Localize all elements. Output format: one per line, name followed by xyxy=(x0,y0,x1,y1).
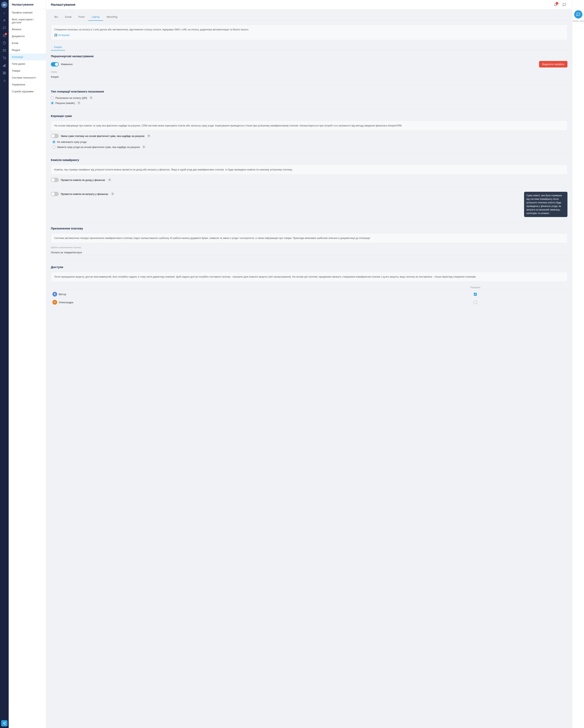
main-area: Налаштування 1 Всі Email Prom LiqPay Mon… xyxy=(46,0,572,728)
content-area: Всі Email Prom LiqPay MonoPay Створення … xyxy=(46,9,572,728)
invoice-help-icon[interactable]: ? xyxy=(77,101,80,105)
user-oleksandra: О Олександра xyxy=(52,300,382,305)
radio-qr[interactable]: Посилання на оплату (QR) ? xyxy=(51,96,567,99)
oleksandra-checkbox-cell xyxy=(383,298,567,306)
radio-invoice[interactable]: Рахунок (Інвойс) ? xyxy=(51,101,567,105)
tooltip-box: Сума комісії, яка була отримана від сист… xyxy=(524,192,567,217)
commission-income-toggle[interactable] xyxy=(51,178,59,182)
payment-link-radio-group: Посилання на оплату (QR) ? Рахунок (Інво… xyxy=(51,96,567,105)
tab-monopay[interactable]: MonoPay xyxy=(103,14,121,21)
svg-point-16 xyxy=(5,724,5,725)
radio-change-amount-input[interactable] xyxy=(52,146,55,149)
top-header: Налаштування 1 xyxy=(46,0,572,9)
sidebar-item-finance[interactable]: Фінанси xyxy=(9,26,46,33)
change-payment-toggle[interactable] xyxy=(51,134,59,138)
radio-qr-input[interactable] xyxy=(51,97,54,99)
radio-invoice-input[interactable] xyxy=(51,102,54,105)
delete-profile-button[interactable]: Видалити профіль xyxy=(539,61,567,68)
access-table-show-header: Показати xyxy=(383,285,567,290)
sub-tab-keepin[interactable]: Keepin xyxy=(51,44,65,51)
commission-income-help-icon[interactable]: ? xyxy=(108,178,111,182)
integrations-icon[interactable] xyxy=(1,720,7,726)
svg-point-0 xyxy=(4,20,5,21)
sidebar-item-products[interactable]: Товари xyxy=(9,67,46,74)
sidebar-item-loyalty[interactable]: Система лояльності xyxy=(9,74,46,81)
divider-3 xyxy=(51,153,567,154)
radio-no-change-input[interactable] xyxy=(52,140,55,144)
radio-change-amount-label: Змінити суму угоди на основі фактичної с… xyxy=(57,146,140,149)
cart-icon[interactable] xyxy=(1,55,7,61)
enabled-toggle[interactable] xyxy=(51,62,59,67)
sidebar-item-management[interactable]: Управління xyxy=(9,81,46,88)
sidebar: Налаштування Профіль компанії Філії, кор… xyxy=(9,0,46,728)
enabled-label: Увімкнено xyxy=(61,63,73,66)
viktor-checkbox[interactable] xyxy=(474,293,477,296)
instruction-link[interactable]: ℹ️ Інструкція xyxy=(54,33,564,37)
messages-icon[interactable] xyxy=(1,25,7,31)
toggle-left: Увімкнено xyxy=(51,62,73,67)
notifications-icon[interactable]: 1 xyxy=(553,2,559,8)
change-payment-help-icon[interactable]: ? xyxy=(147,134,150,137)
toggle-slider xyxy=(51,62,59,67)
change-payment-slider xyxy=(51,134,59,138)
name-label: Назва xyxy=(51,71,567,73)
access-desc: Після приєднання акаунту, доступ всім ви… xyxy=(51,272,567,282)
tab-all[interactable]: Всі xyxy=(51,14,61,21)
oleksandra-checkbox[interactable] xyxy=(474,301,477,304)
grid-icon[interactable] xyxy=(1,70,7,76)
sidebar-item-company-profile[interactable]: Профіль компанії xyxy=(9,9,46,16)
radio-no-change-label: Не змінювати суму угоди xyxy=(57,140,86,144)
avatar: ДК xyxy=(1,2,7,8)
change-amount-help-icon[interactable]: ? xyxy=(142,146,145,149)
docs-icon[interactable] xyxy=(1,40,7,46)
svg-point-14 xyxy=(5,722,5,723)
name-value: Keepin xyxy=(51,74,567,80)
radio-no-change[interactable]: Не змінювати суму угоди xyxy=(52,140,567,144)
sidebar-item-integrations[interactable]: Інтеграції xyxy=(9,53,46,60)
access-table-name-header xyxy=(51,285,383,290)
viktor-name: Віктор xyxy=(59,293,66,296)
sidebar-item-modules[interactable]: Модулі xyxy=(9,47,46,53)
svg-point-15 xyxy=(3,723,4,724)
payment-link-type-title: Тип генерації платіжного посилання xyxy=(51,90,567,93)
email-icon[interactable] xyxy=(1,47,7,54)
svg-rect-5 xyxy=(4,65,5,67)
home-icon[interactable]: ⌂ xyxy=(1,10,7,16)
tab-liqpay[interactable]: LiqPay xyxy=(88,14,103,21)
sub-tabs: Keepin xyxy=(51,44,567,51)
svg-rect-6 xyxy=(5,64,5,67)
tab-email[interactable]: Email xyxy=(61,14,75,21)
divider-6 xyxy=(51,260,567,261)
info-box: Створення посилань на оплату в 1 клік (р… xyxy=(51,25,567,40)
info-text: Створення посилань на оплату в 1 клік (р… xyxy=(54,28,249,31)
commission-expense-section: Провести комісію як витрату у фінансах ?… xyxy=(51,192,567,217)
instruction-label: Інструкція xyxy=(58,33,69,37)
main-tabs: Всі Email Prom LiqPay MonoPay xyxy=(51,14,567,21)
svg-rect-4 xyxy=(3,66,4,67)
commission-expense-help-icon[interactable]: ? xyxy=(111,192,114,196)
change-payment-label: Зміна суми платежу на основі фактичної с… xyxy=(61,134,144,137)
sidebar-item-documents[interactable]: Документи xyxy=(9,33,46,40)
commission-expense-slider xyxy=(51,192,59,196)
viktor-avatar: В xyxy=(52,292,57,296)
tooltip-text: Сума комісії, яка була отримана від сист… xyxy=(526,194,562,215)
reports-icon[interactable] xyxy=(1,77,7,84)
radio-change-amount[interactable]: Змінити суму угоди на основі фактичної с… xyxy=(52,146,567,149)
tab-prom[interactable]: Prom xyxy=(75,14,88,21)
sidebar-item-branches[interactable]: Філії, користувачі і доступи xyxy=(9,16,46,26)
divider-1 xyxy=(51,85,567,85)
access-title: Доступи xyxy=(51,265,567,269)
template-label: Шаблон призначення платежу xyxy=(51,246,567,249)
chat-header-icon[interactable] xyxy=(561,2,567,8)
analytics-icon[interactable] xyxy=(1,62,7,69)
sidebar-item-data-types[interactable]: Типи даних xyxy=(9,60,46,67)
qr-help-icon[interactable]: ? xyxy=(89,96,93,99)
sidebar-item-email[interactable]: Email xyxy=(9,40,46,47)
amount-radio-group: Не змінювати суму угоди Змінити суму уго… xyxy=(52,140,567,149)
commission-expense-toggle[interactable] xyxy=(51,192,59,196)
tasks-icon[interactable]: 9 xyxy=(1,32,7,39)
sidebar-item-support[interactable]: Служба підтримки xyxy=(9,88,46,95)
user-viktor: В Віктор xyxy=(52,292,382,296)
contacts-icon[interactable] xyxy=(1,17,7,24)
chat-button[interactable] xyxy=(574,10,582,19)
